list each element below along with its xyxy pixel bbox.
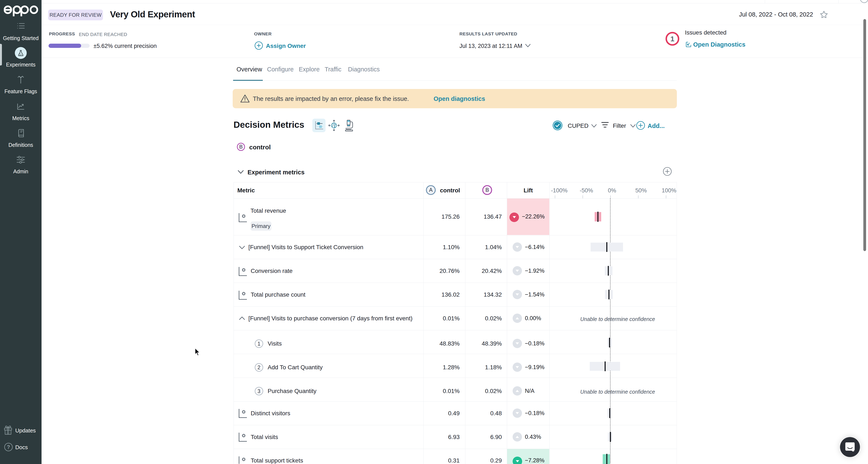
svg-text:1: 1 [671,35,675,43]
svg-text:?: ? [7,444,10,450]
